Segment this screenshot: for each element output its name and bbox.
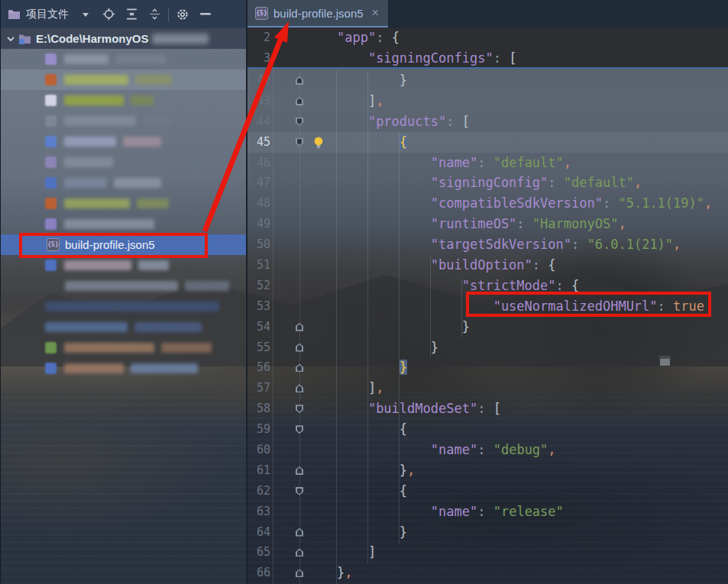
root-path: E:\Code\HarmonyOS	[36, 32, 149, 45]
tree-item-redacted[interactable]	[1, 193, 246, 214]
code-text: "products": [	[306, 111, 470, 132]
fold-marker-icon[interactable]	[296, 405, 303, 413]
redacted-text	[64, 198, 130, 208]
code-text: "compatibleSdkVersion": "5.1.1(19)",	[306, 193, 712, 214]
fold-marker-icon[interactable]	[296, 76, 303, 85]
redacted-text	[115, 54, 166, 64]
code-line-46: 46 "name": "default",	[248, 153, 728, 173]
fold-marker-icon[interactable]	[296, 118, 303, 126]
fold-marker-icon[interactable]	[296, 323, 303, 331]
tree-item-redacted[interactable]	[1, 317, 246, 337]
tree-item-redacted[interactable]	[1, 296, 246, 317]
file-type-icon	[45, 95, 57, 106]
code-line-63: 63 "name": "release"	[248, 502, 728, 522]
ide-window: 项目文件	[0, 0, 728, 584]
locate-file-button[interactable]	[99, 5, 118, 24]
annotation-box-code-line	[466, 292, 711, 317]
fold-marker-icon[interactable]	[296, 425, 303, 434]
tree-item-redacted[interactable]	[1, 173, 246, 193]
code-line-55: 55 }	[248, 337, 728, 358]
code-line-48: 48 "compatibleSdkVersion": "5.1.1(19)",	[248, 193, 728, 214]
json5-file-icon: {5}	[255, 7, 268, 20]
fold-marker-icon[interactable]	[296, 384, 303, 392]
code-line-3: 3 "signingConfigs": [	[248, 48, 728, 69]
redacted-text	[64, 75, 128, 85]
code-line-49: 49 "runtimeOS": "HarmonyOS",	[248, 214, 728, 234]
tree-root-row[interactable]: E:\Code\HarmonyOS	[1, 28, 246, 49]
tree-item-redacted[interactable]	[1, 255, 246, 276]
tree-item-redacted[interactable]	[1, 358, 246, 379]
hide-panel-button[interactable]	[196, 5, 215, 24]
tree-item-redacted[interactable]	[1, 69, 246, 90]
file-type-icon	[45, 218, 57, 230]
fold-marker-icon[interactable]	[296, 466, 303, 475]
code-line-66: 66 },	[248, 563, 728, 583]
annotation-box-tree-item	[19, 233, 208, 258]
fold-marker-icon[interactable]	[296, 569, 303, 577]
code-text: "buildOption": {	[306, 255, 556, 276]
line-number: 55	[248, 337, 270, 358]
file-type-icon	[45, 198, 57, 209]
line-number: 49	[248, 214, 270, 234]
panel-settings-button[interactable]	[173, 5, 192, 24]
code-line-54: 54 }	[248, 317, 728, 337]
fold-marker-icon[interactable]	[296, 548, 303, 557]
tree-item-redacted[interactable]	[1, 49, 246, 69]
code-line-56: 56 }	[248, 357, 728, 378]
redacted-text	[185, 281, 229, 291]
fold-marker-icon[interactable]	[296, 344, 303, 352]
line-number: 45	[248, 132, 270, 153]
redacted-text	[64, 219, 154, 229]
project-panel: 项目文件	[0, 0, 246, 584]
line-number: 62	[248, 481, 270, 502]
code-text: }	[306, 522, 407, 543]
fold-marker-icon[interactable]	[296, 97, 303, 105]
redacted-text	[45, 322, 128, 332]
line-number: 59	[248, 419, 270, 440]
code-text: "app": {	[306, 27, 400, 48]
redacted-text	[64, 260, 131, 270]
line-number: 47	[248, 173, 270, 193]
redacted-text	[161, 343, 212, 353]
code-line-62: 62 {	[248, 481, 728, 502]
expand-all-button[interactable]	[122, 5, 141, 24]
code-line-43: 43 ],	[248, 91, 728, 111]
code-line-58: 58 "buildModeSet": [	[248, 398, 728, 419]
tree-item-redacted[interactable]	[1, 111, 246, 131]
tree-item-redacted[interactable]	[1, 276, 246, 296]
line-number: 65	[248, 542, 270, 563]
tab-build-profile[interactable]: {5} build-profile.json5 ×	[248, 0, 388, 27]
tree-item-redacted[interactable]	[1, 90, 246, 111]
line-number: 46	[248, 153, 270, 173]
line-number: 2	[248, 27, 270, 48]
code-line-47: 47 "signingConfig": "default",	[248, 173, 728, 193]
redacted-text	[131, 95, 154, 105]
code-line-60: 60 "name": "debug",	[248, 440, 728, 460]
code-line-57: 57 ],	[248, 378, 728, 398]
tree-item-redacted[interactable]	[1, 337, 246, 358]
panel-title: 项目文件	[26, 8, 69, 21]
code-text: },	[306, 460, 415, 481]
fold-marker-icon[interactable]	[296, 363, 303, 372]
settings-gear-icon	[176, 8, 189, 21]
line-number: 64	[248, 522, 270, 543]
tree-item-redacted[interactable]	[1, 152, 246, 173]
code-line-51: 51 "buildOption": {	[248, 255, 728, 276]
redacted-text	[64, 137, 116, 147]
panel-dropdown-button[interactable]	[76, 5, 95, 24]
fold-marker-icon[interactable]	[296, 528, 303, 537]
line-number: 60	[248, 440, 270, 460]
hide-panel-icon	[200, 13, 211, 16]
collapse-all-button[interactable]	[145, 5, 163, 24]
redacted-text	[64, 116, 136, 126]
sticky-context-lines: 2 "app": {3 "signingConfigs": [	[248, 27, 728, 69]
tree-item-redacted[interactable]	[1, 214, 246, 234]
tree-item-redacted[interactable]	[1, 131, 246, 152]
fold-marker-icon[interactable]	[296, 487, 303, 495]
code-text: }	[306, 357, 407, 378]
fold-marker-icon[interactable]	[296, 138, 303, 147]
tab-close-icon[interactable]: ×	[372, 7, 379, 19]
redacted-root-suffix	[152, 34, 209, 44]
line-number: 61	[248, 460, 270, 481]
chevron-expanded-icon	[6, 35, 15, 43]
